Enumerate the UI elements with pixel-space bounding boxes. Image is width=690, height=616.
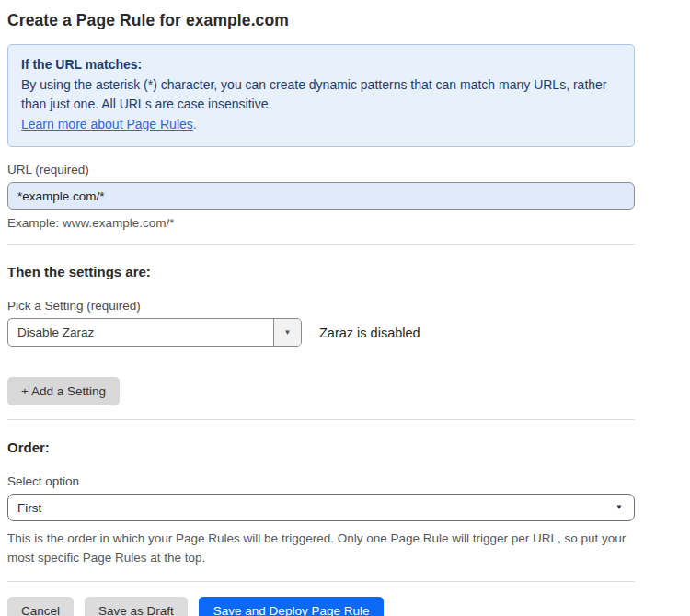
divider <box>7 581 635 582</box>
save-and-deploy-button[interactable]: Save and Deploy Page Rule <box>199 597 385 616</box>
link-suffix: . <box>193 117 197 131</box>
caret-down-icon: ▼ <box>615 504 623 511</box>
info-box-heading: If the URL matches: <box>21 55 621 75</box>
order-section-heading: Order: <box>7 439 635 455</box>
footer-buttons: Cancel Save as Draft Save and Deploy Pag… <box>7 597 635 616</box>
url-example-text: Example: www.example.com/* <box>7 216 635 230</box>
setting-dropdown-value: Disable Zaraz <box>8 319 273 346</box>
url-match-info-box: If the URL matches: By using the asteris… <box>7 44 635 147</box>
order-select-label: Select option <box>7 474 635 488</box>
url-field-label: URL (required) <box>7 163 635 177</box>
learn-more-link[interactable]: Learn more about Page Rules <box>21 117 193 131</box>
divider <box>7 244 635 245</box>
order-select-value: First <box>17 501 41 515</box>
settings-section-heading: Then the settings are: <box>7 264 635 279</box>
order-select[interactable]: First ▼ <box>7 494 635 521</box>
setting-dropdown-caret-button[interactable]: ▼ <box>273 319 301 346</box>
divider <box>7 419 635 420</box>
page-title: Create a Page Rule for example.com <box>7 11 635 30</box>
pick-setting-label: Pick a Setting (required) <box>7 299 635 313</box>
cancel-button[interactable]: Cancel <box>7 597 74 616</box>
setting-dropdown[interactable]: Disable Zaraz ▼ <box>7 318 302 347</box>
order-help-text: This is the order in which your Page Rul… <box>7 529 642 567</box>
info-box-link-line: Learn more about Page Rules. <box>21 115 621 135</box>
setting-status-text: Zaraz is disabled <box>319 325 420 340</box>
url-input[interactable] <box>7 182 635 210</box>
add-setting-button[interactable]: + Add a Setting <box>7 377 120 405</box>
setting-row: Disable Zaraz ▼ Zaraz is disabled <box>7 318 635 347</box>
save-as-draft-button[interactable]: Save as Draft <box>85 597 188 616</box>
page-rule-form: Create a Page Rule for example.com If th… <box>7 11 635 616</box>
caret-down-icon: ▼ <box>284 329 292 337</box>
info-box-body: By using the asterisk (*) character, you… <box>21 75 621 115</box>
